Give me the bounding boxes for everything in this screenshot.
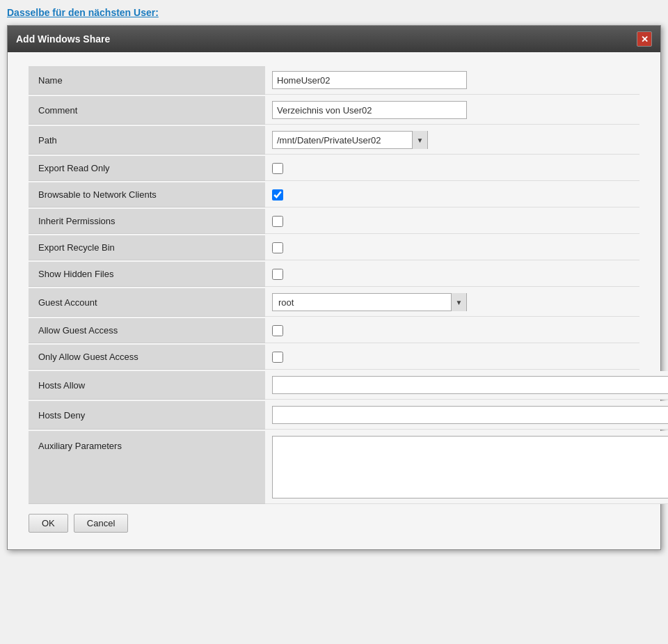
path-dropdown-button[interactable]: ▼: [412, 131, 427, 149]
hosts-allow-row: Hosts Allow: [29, 371, 639, 400]
name-value-cell: [265, 66, 639, 95]
allow-guest-checkbox[interactable]: [272, 325, 283, 336]
hosts-deny-row: Hosts Deny: [29, 401, 639, 430]
browsable-row: Browsable to Network Clients: [29, 182, 639, 207]
browsable-label: Browsable to Network Clients: [29, 182, 265, 207]
show-hidden-value-cell: [265, 262, 639, 287]
hosts-deny-label: Hosts Deny: [29, 401, 265, 430]
aux-params-value-cell: [265, 431, 668, 504]
only-allow-guest-value-cell: [265, 345, 639, 370]
only-allow-guest-row: Only Allow Guest Access: [29, 345, 639, 370]
export-recycle-checkbox[interactable]: [272, 242, 283, 253]
name-label: Name: [29, 66, 265, 95]
export-readonly-row: Export Read Only: [29, 156, 639, 181]
guest-account-label: Guest Account: [29, 288, 265, 317]
button-row: OK Cancel: [29, 505, 639, 535]
name-input[interactable]: [272, 71, 467, 89]
inherit-permissions-label: Inherit Permissions: [29, 209, 265, 234]
allow-guest-label: Allow Guest Access: [29, 318, 265, 343]
path-row: Path /mnt/Daten/PrivateUser02 ▼: [29, 126, 639, 155]
show-hidden-label: Show Hidden Files: [29, 262, 265, 287]
guest-account-select-text: root: [273, 294, 451, 311]
export-readonly-label: Export Read Only: [29, 156, 265, 181]
dialog-close-button[interactable]: ✕: [637, 31, 652, 47]
allow-guest-row: Allow Guest Access: [29, 318, 639, 343]
show-hidden-row: Show Hidden Files: [29, 262, 639, 287]
guest-account-value-cell: root ▼: [265, 288, 639, 317]
dialog-window: Add Windows Share ✕ Name Comment Path /m…: [7, 25, 661, 550]
path-label: Path: [29, 126, 265, 155]
path-value-cell: /mnt/Daten/PrivateUser02 ▼: [265, 126, 639, 155]
guest-account-dropdown-button[interactable]: ▼: [451, 293, 466, 311]
comment-value-cell: [265, 96, 639, 125]
hosts-deny-value-cell: [265, 401, 668, 430]
aux-params-textarea[interactable]: [272, 436, 668, 498]
ok-button[interactable]: OK: [29, 514, 68, 533]
comment-input[interactable]: [272, 101, 467, 119]
cancel-button[interactable]: Cancel: [74, 514, 128, 533]
guest-account-select-wrapper: root ▼: [272, 293, 467, 311]
only-allow-guest-label: Only Allow Guest Access: [29, 345, 265, 370]
dialog-titlebar: Add Windows Share ✕: [8, 26, 660, 52]
inherit-permissions-row: Inherit Permissions: [29, 209, 639, 234]
path-select-text: /mnt/Daten/PrivateUser02: [273, 132, 412, 148]
aux-params-label: Auxiliary Parameters: [29, 431, 265, 504]
hosts-deny-input[interactable]: [272, 406, 668, 424]
export-readonly-checkbox[interactable]: [272, 163, 283, 174]
hosts-allow-value-cell: [265, 371, 668, 400]
export-recycle-row: Export Recycle Bin: [29, 235, 639, 260]
name-row: Name: [29, 66, 639, 95]
export-recycle-label: Export Recycle Bin: [29, 235, 265, 260]
inherit-permissions-value-cell: [265, 209, 639, 234]
dialog-title: Add Windows Share: [16, 33, 110, 45]
path-select-wrapper: /mnt/Daten/PrivateUser02 ▼: [272, 131, 428, 149]
aux-params-row: Auxiliary Parameters: [29, 431, 639, 504]
dialog-body: Name Comment Path /mnt/Daten/PrivateUser…: [8, 52, 660, 549]
show-hidden-checkbox[interactable]: [272, 269, 283, 280]
inherit-permissions-checkbox[interactable]: [272, 216, 283, 227]
browsable-checkbox[interactable]: [272, 189, 283, 201]
allow-guest-value-cell: [265, 318, 639, 343]
hosts-allow-input[interactable]: [272, 376, 668, 394]
page-header: Dasselbe für den nächsten User:: [7, 7, 661, 18]
comment-row: Comment: [29, 96, 639, 125]
export-recycle-value-cell: [265, 235, 639, 260]
browsable-value-cell: [265, 182, 639, 207]
only-allow-guest-checkbox[interactable]: [272, 352, 283, 363]
comment-label: Comment: [29, 96, 265, 125]
export-readonly-value-cell: [265, 156, 639, 181]
guest-account-row: Guest Account root ▼: [29, 288, 639, 317]
hosts-allow-label: Hosts Allow: [29, 371, 265, 400]
